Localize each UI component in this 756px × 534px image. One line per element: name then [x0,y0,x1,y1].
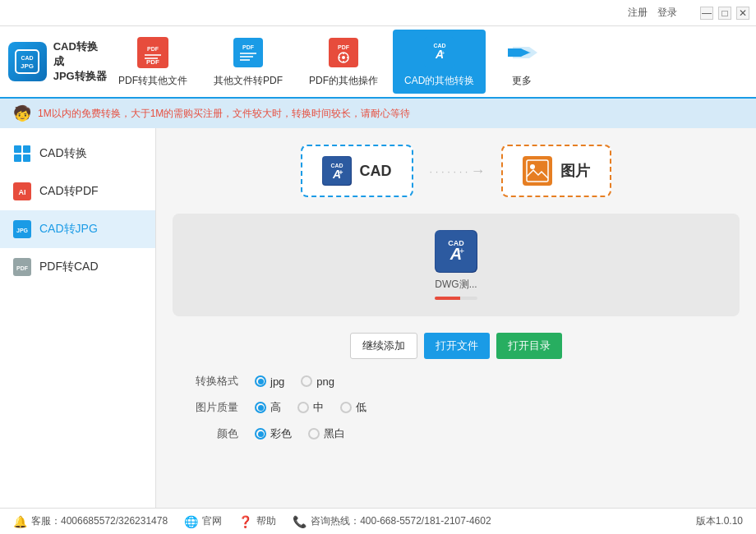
format-label: 转换格式 [181,374,238,389]
sidebar-label-cad-to-jpg: CAD转JPG [39,222,98,237]
title-bar: 注册 登录 — □ ✕ [0,0,756,26]
color-setting-row: 颜色 彩色 黑白 [181,426,731,441]
color-color-label: 彩色 [270,426,292,441]
conv-to-label: 图片 [560,161,590,181]
svg-text:AI: AI [19,188,26,196]
format-jpg-option[interactable]: jpg [255,375,284,388]
continue-add-button[interactable]: 继续添加 [350,333,417,359]
conv-img-icon [523,156,552,186]
open-dir-button[interactable]: 打开目录 [496,333,562,359]
toolbar-item-more[interactable]: 更多 [489,30,555,94]
svg-text:+: + [339,168,343,177]
svg-point-15 [342,56,345,59]
format-png-radio[interactable] [301,375,312,387]
customer-service-label: 客服：4006685572/326231478 [31,514,168,528]
maximize-button[interactable]: □ [718,7,731,20]
format-jpg-label: jpg [270,375,284,388]
notification-bar: 🧒 1M以内的免费转换，大于1M的需购买注册，文件较大时，转换时间较长，请耐心等… [0,99,756,128]
format-radio-group: jpg png [255,375,334,388]
pdf-to-cad-icon: PDF [13,258,31,276]
more-icon [505,36,538,69]
main-layout: CAD转换 AI CAD转PDF JPG CAD转JPG [0,128,756,508]
color-radio-group: 彩色 黑白 [255,426,345,441]
format-jpg-radio[interactable] [255,375,266,387]
conv-from-label: CAD [360,163,392,180]
minimize-button[interactable]: — [700,7,713,20]
svg-rect-10 [240,56,253,58]
color-bw-radio[interactable] [308,428,320,440]
sidebar: CAD转换 AI CAD转PDF JPG CAD转JPG [0,128,156,508]
file-name-label: DWG测... [435,278,477,292]
svg-rect-11 [240,59,250,61]
sidebar-item-pdf-to-cad[interactable]: PDF PDF转CAD [0,248,155,286]
title-bar-links: 注册 登录 — □ ✕ [628,6,749,20]
toolbar-item-other-to-pdf[interactable]: PDF 其他文件转PDF [202,30,294,94]
format-setting-row: 转换格式 jpg png [181,374,731,389]
official-site-icon: 🌐 [184,515,198,528]
help-icon: ❓ [238,515,252,528]
svg-text:+: + [459,246,464,255]
svg-text:JPG: JPG [21,62,34,70]
sidebar-label-cad-to-pdf: CAD转PDF [39,184,99,199]
quality-low-option[interactable]: 低 [340,400,366,415]
color-color-radio[interactable] [255,428,266,440]
quality-setting-row: 图片质量 高 中 低 [181,400,731,415]
sidebar-item-cad-convert[interactable]: CAD转换 [0,135,155,173]
version-label: 版本1.0.10 [696,515,743,527]
toolbar-item-pdf-to-other[interactable]: PDF PDF转其他文件 [107,30,199,94]
toolbar-item-cad-other[interactable]: CAD A + CAD的其他转换 [393,30,486,94]
svg-rect-5 [145,54,161,56]
file-drop-area[interactable]: CAD A + DWG测... [173,214,740,316]
header-toolbar: CAD JPG CAD转换成 JPG转换器 PDF PDF转 [0,26,756,99]
format-png-option[interactable]: png [301,375,334,388]
quality-low-radio[interactable] [340,402,352,413]
quality-mid-option[interactable]: 中 [297,400,324,415]
quality-high-option[interactable]: 高 [255,400,281,415]
login-link[interactable]: 登录 [657,6,677,20]
customer-service-item[interactable]: 🔔 客服：4006685572/326231478 [13,514,168,528]
official-site-label: 官网 [202,514,222,528]
color-bw-option[interactable]: 黑白 [308,426,345,441]
pdf-to-other-icon: PDF [136,36,169,69]
toolbar-item-pdf-other-ops[interactable]: PDF PDF的其他操作 [297,30,390,94]
toolbar-label-other-to-pdf: 其他文件转PDF [214,74,283,88]
pdf-other-ops-icon: PDF [327,36,360,69]
toolbar-label-pdf-other-ops: PDF的其他操作 [309,74,378,88]
notification-text: 1M以内的免费转换，大于1M的需购买注册，文件较大时，转换时间较长，请耐心等待 [38,107,410,121]
hotline-label: 咨询热线：400-668-5572/181-2107-4602 [311,514,491,528]
sidebar-item-cad-to-pdf[interactable]: AI CAD转PDF [0,173,155,210]
quality-high-radio[interactable] [255,402,266,413]
svg-rect-30 [23,154,30,162]
svg-rect-3 [138,38,168,67]
svg-text:+: + [440,49,445,57]
format-png-label: png [316,375,334,388]
register-link[interactable]: 注册 [628,6,648,20]
color-label: 颜色 [181,426,238,441]
file-progress-fill [435,297,460,300]
quality-mid-label: 中 [313,400,324,415]
toolbar-label-more: 更多 [512,74,532,88]
settings-area: 转换格式 jpg png 图片质量 [173,374,740,441]
svg-rect-9 [240,53,256,54]
cad-convert-icon [13,145,31,163]
svg-text:PDF: PDF [242,44,255,50]
open-file-button[interactable]: 打开文件 [424,333,490,359]
official-site-item[interactable]: 🌐 官网 [184,514,222,528]
notification-icon: 🧒 [13,104,31,122]
svg-text:PDF: PDF [338,44,350,50]
other-to-pdf-icon: PDF [232,36,265,69]
toolbar-label-cad-other: CAD的其他转换 [404,74,474,88]
svg-text:CAD: CAD [21,55,34,61]
cad-to-jpg-icon: JPG [13,220,31,238]
color-color-option[interactable]: 彩色 [255,426,292,441]
file-cad-icon: CAD A + [435,230,477,273]
close-button[interactable]: ✕ [736,7,749,20]
help-item[interactable]: ❓ 帮助 [238,514,276,528]
svg-rect-27 [14,145,21,153]
svg-rect-6 [145,58,158,59]
quality-mid-radio[interactable] [297,402,309,413]
logo-area: CAD JPG CAD转换成 JPG转换器 [8,39,107,85]
sidebar-item-cad-to-jpg[interactable]: JPG CAD转JPG [0,210,155,248]
sidebar-label-cad-convert: CAD转换 [39,146,87,161]
quality-low-label: 低 [356,400,366,415]
